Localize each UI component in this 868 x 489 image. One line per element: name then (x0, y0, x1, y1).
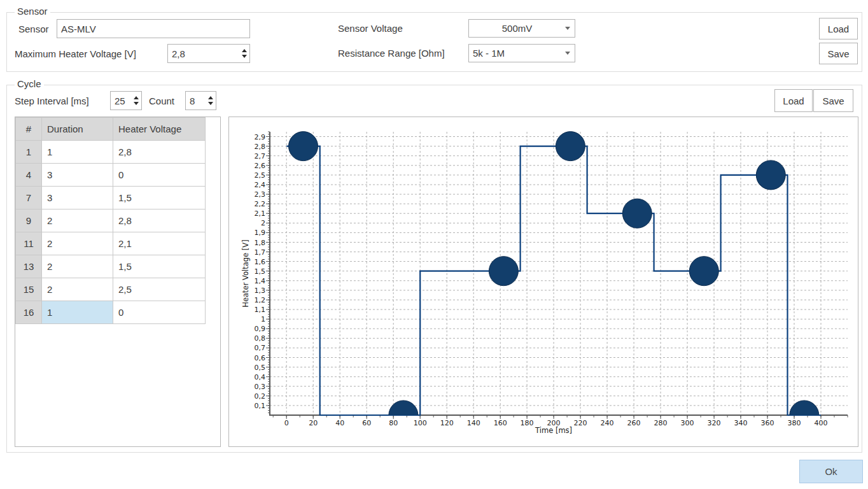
svg-text:220: 220 (574, 419, 587, 427)
svg-text:2,3: 2,3 (255, 190, 266, 199)
duration-cell[interactable]: 2 (42, 209, 113, 232)
svg-text:1,6: 1,6 (255, 258, 266, 266)
svg-text:1,4: 1,4 (255, 277, 266, 285)
spin-up-icon[interactable] (134, 96, 139, 99)
spin-up-icon[interactable] (242, 49, 247, 52)
row-header-cell[interactable]: 4 (16, 164, 42, 187)
sensor-voltage-label: Sensor Voltage (338, 22, 403, 35)
svg-text:280: 280 (654, 419, 668, 427)
svg-text:0,9: 0,9 (255, 325, 266, 333)
row-header-cell[interactable]: 9 (16, 209, 42, 232)
table-header-row: #DurationHeater Voltage (16, 118, 206, 141)
cycle-chart: 0204060801001201401601802002202402602803… (229, 117, 858, 448)
svg-text:2,5: 2,5 (255, 171, 266, 180)
svg-text:0,3: 0,3 (255, 383, 266, 391)
sensor-name-input[interactable]: AS-MLV (57, 19, 250, 38)
resistance-range-value: 5k - 1M (469, 48, 505, 59)
sensor-group: Sensor Sensor AS-MLV Maximum Heater Volt… (6, 12, 862, 72)
spin-down-icon[interactable] (242, 55, 247, 58)
sensor-voltage-select[interactable]: 500mV (468, 19, 575, 38)
svg-text:1: 1 (261, 315, 265, 323)
svg-text:0,1: 0,1 (255, 402, 266, 410)
table-row: 1522,5 (16, 278, 206, 301)
max-heater-voltage-input[interactable]: 2,8 (167, 44, 250, 63)
step-interval-value: 25 (115, 96, 125, 106)
heater-voltage-cell[interactable]: 2,8 (113, 141, 206, 164)
duration-cell[interactable]: 1 (42, 301, 113, 324)
svg-text:300: 300 (681, 419, 694, 427)
data-point-marker (289, 132, 318, 161)
data-point-marker (756, 160, 785, 190)
heater-voltage-cell[interactable]: 1,5 (113, 255, 206, 278)
svg-text:1,9: 1,9 (255, 229, 266, 237)
duration-cell[interactable]: 2 (42, 278, 113, 301)
svg-text:2,9: 2,9 (255, 133, 266, 141)
svg-text:0,5: 0,5 (255, 364, 266, 372)
resistance-range-select[interactable]: 5k - 1M (468, 44, 575, 62)
heater-voltage-cell[interactable]: 0 (113, 301, 206, 324)
table-row: 1610 (16, 301, 206, 324)
sensor-name-value: AS-MLV (61, 24, 96, 34)
count-input[interactable]: 8 (185, 91, 216, 110)
sensor-save-button[interactable]: Save (819, 43, 858, 64)
row-header-cell[interactable]: 13 (16, 255, 42, 278)
window: { "sensor_group": { "title": "Sensor", "… (0, 0, 868, 489)
spin-down-icon[interactable] (134, 102, 139, 105)
svg-text:240: 240 (601, 419, 614, 427)
svg-text:160: 160 (494, 419, 507, 427)
row-header-cell[interactable]: 11 (16, 232, 42, 255)
svg-text:0,7: 0,7 (255, 344, 266, 352)
heater-voltage-cell[interactable]: 0 (113, 164, 206, 187)
svg-text:400: 400 (815, 419, 828, 427)
max-heater-voltage-value: 2,8 (172, 48, 185, 59)
svg-text:2,4: 2,4 (255, 181, 266, 189)
x-axis-title: Time [ms] (535, 426, 572, 435)
duration-cell[interactable]: 2 (42, 232, 113, 255)
svg-text:40: 40 (335, 419, 344, 427)
row-header-cell[interactable]: 1 (16, 141, 42, 164)
svg-text:2,1: 2,1 (255, 209, 266, 218)
column-header: Heater Voltage (113, 118, 206, 141)
table-row: 922,8 (16, 209, 206, 232)
svg-text:0: 0 (284, 419, 289, 427)
tick-labels: 0204060801001201401601802002202402602803… (255, 133, 828, 428)
svg-text:140: 140 (467, 419, 480, 427)
sensor-load-button[interactable]: Load (819, 18, 858, 39)
duration-cell[interactable]: 3 (42, 187, 113, 209)
cycle-load-button[interactable]: Load (774, 89, 813, 112)
step-interval-input[interactable]: 25 (110, 91, 142, 110)
sensor-name-label: Sensor (18, 23, 49, 36)
row-header-cell[interactable]: 15 (16, 278, 42, 301)
svg-text:0,2: 0,2 (255, 392, 266, 400)
svg-text:1,1: 1,1 (255, 306, 266, 314)
row-header-cell[interactable]: 16 (16, 301, 42, 324)
ok-button[interactable]: Ok (799, 460, 863, 483)
cycle-save-button[interactable]: Save (813, 89, 853, 112)
duration-cell[interactable]: 1 (42, 141, 113, 164)
step-interval-label: Step Interval [ms] (15, 95, 89, 108)
svg-text:320: 320 (708, 419, 721, 427)
y-axis-title: Heater Voltage [V] (241, 239, 250, 307)
svg-text:80: 80 (389, 419, 398, 427)
svg-text:120: 120 (440, 419, 454, 427)
sensor-save-label: Save (827, 48, 849, 59)
cycle-group-title: Cycle (15, 78, 44, 89)
svg-text:0,6: 0,6 (255, 354, 266, 362)
column-header: Duration (42, 118, 113, 141)
row-header-cell[interactable]: 7 (16, 187, 42, 209)
cycle-group: Cycle Step Interval [ms] 25 Count 8 Load… (6, 85, 862, 453)
spin-up-icon[interactable] (208, 96, 213, 99)
duration-cell[interactable]: 2 (42, 255, 113, 278)
count-value: 8 (190, 96, 195, 106)
heater-voltage-cell[interactable]: 2,1 (113, 232, 206, 255)
data-point-marker (489, 257, 518, 286)
svg-text:20: 20 (309, 419, 318, 427)
spin-down-icon[interactable] (208, 102, 213, 105)
duration-cell[interactable]: 3 (42, 164, 113, 187)
svg-text:2,7: 2,7 (255, 152, 266, 160)
heater-voltage-cell[interactable]: 1,5 (113, 187, 206, 209)
svg-text:2,8: 2,8 (255, 143, 266, 151)
svg-text:2: 2 (261, 219, 265, 227)
heater-voltage-cell[interactable]: 2,5 (113, 278, 206, 301)
heater-voltage-cell[interactable]: 2,8 (113, 209, 206, 232)
